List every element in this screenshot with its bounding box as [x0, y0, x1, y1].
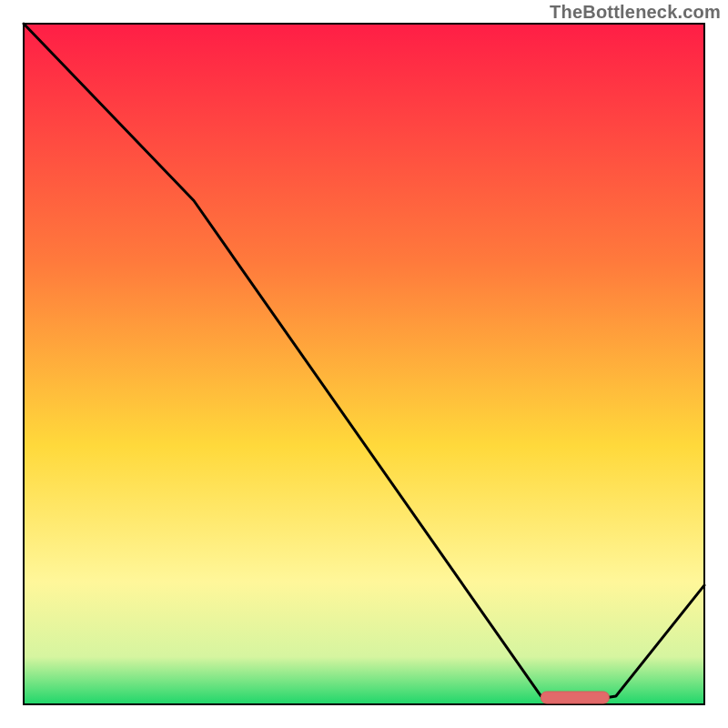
- optimum-marker: [541, 692, 609, 703]
- plot-background: [24, 24, 704, 704]
- bottleneck-chart: TheBottleneck.com: [0, 0, 728, 728]
- chart-canvas: [0, 0, 728, 728]
- watermark-text: TheBottleneck.com: [550, 2, 721, 23]
